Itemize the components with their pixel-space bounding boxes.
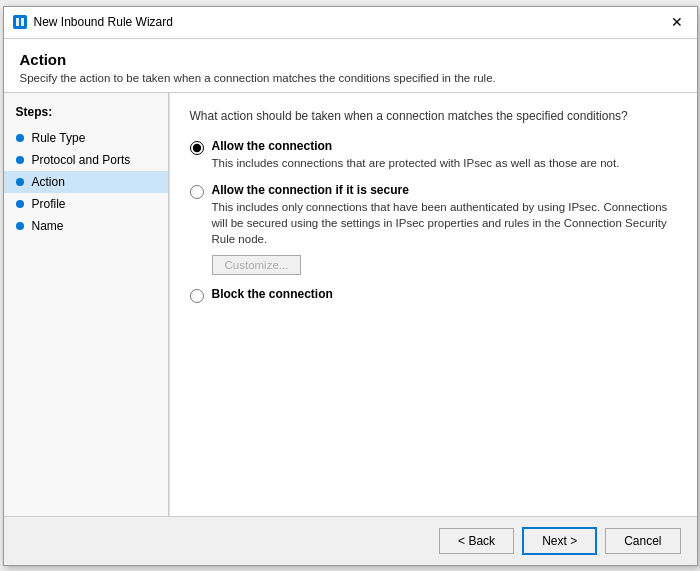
svg-rect-1 [16,18,19,26]
window-title: New Inbound Rule Wizard [34,15,665,29]
footer: < Back Next > Cancel [4,516,697,565]
option-allow-desc: This includes connections that are prote… [212,155,677,171]
right-panel: What action should be taken when a conne… [169,93,697,516]
next-button[interactable]: Next > [522,527,597,555]
page-subtitle: Specify the action to be taken when a co… [20,72,681,84]
dot-icon [16,156,24,164]
svg-rect-2 [21,18,24,26]
option-allow-secure-label: Allow the connection if it is secure [212,183,677,197]
wizard-window: New Inbound Rule Wizard ✕ Action Specify… [3,6,698,566]
question-text: What action should be taken when a conne… [190,109,677,123]
back-button[interactable]: < Back [439,528,514,554]
option-block: Block the connection [190,287,677,303]
customize-button[interactable]: Customize... [212,255,302,275]
option-allow-content: Allow the connection This includes conne… [212,139,677,171]
svg-rect-0 [13,15,27,29]
main-body: Steps: Rule Type Protocol and Ports Acti… [4,93,697,516]
sidebar-item-rule-type[interactable]: Rule Type [4,127,168,149]
dot-icon [16,222,24,230]
sidebar-item-name[interactable]: Name [4,215,168,237]
dot-icon [16,200,24,208]
sidebar-label: Action [32,175,65,189]
option-allow-secure-content: Allow the connection if it is secure Thi… [212,183,677,275]
cancel-button[interactable]: Cancel [605,528,680,554]
option-block-content: Block the connection [212,287,677,301]
option-allow-secure: Allow the connection if it is secure Thi… [190,183,677,275]
radio-allow-secure[interactable] [190,185,204,199]
app-icon [12,14,28,30]
sidebar-label: Rule Type [32,131,86,145]
sidebar-item-profile[interactable]: Profile [4,193,168,215]
radio-allow[interactable] [190,141,204,155]
close-button[interactable]: ✕ [665,10,689,34]
option-allow-secure-desc: This includes only connections that have… [212,199,677,247]
sidebar-item-action[interactable]: Action [4,171,168,193]
radio-block[interactable] [190,289,204,303]
sidebar: Steps: Rule Type Protocol and Ports Acti… [4,93,169,516]
option-allow-label: Allow the connection [212,139,677,153]
sidebar-label: Protocol and Ports [32,153,131,167]
title-bar: New Inbound Rule Wizard ✕ [4,7,697,39]
dot-icon [16,178,24,186]
page-title: Action [20,51,681,68]
sidebar-label: Profile [32,197,66,211]
option-allow: Allow the connection This includes conne… [190,139,677,171]
sidebar-label: Name [32,219,64,233]
sidebar-item-protocol-ports[interactable]: Protocol and Ports [4,149,168,171]
page-header: Action Specify the action to be taken wh… [4,39,697,93]
dot-icon [16,134,24,142]
option-block-label: Block the connection [212,287,677,301]
sidebar-header: Steps: [4,105,168,127]
